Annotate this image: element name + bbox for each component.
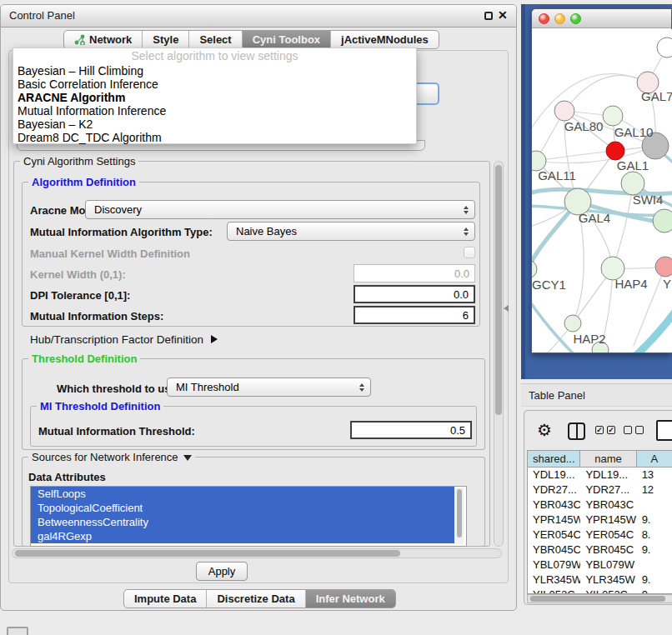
table-cell[interactable]: YER054C <box>528 528 580 542</box>
table-cell[interactable]: 13 <box>637 468 672 482</box>
attribute-item-selfloops[interactable]: SelfLoops <box>31 487 454 501</box>
table-row[interactable]: YDL19...YDL19...13 <box>528 468 672 482</box>
combo-spinner-icon <box>464 228 469 236</box>
table-cell[interactable]: 9. <box>637 588 672 594</box>
table-cell[interactable]: YBR043C <box>528 498 580 512</box>
table-horizontal-scrollbar-thumb[interactable] <box>530 596 665 602</box>
table-cell[interactable] <box>637 558 672 572</box>
tab-impute-data[interactable]: Impute Data <box>124 590 206 608</box>
algorithm-option-dream8[interactable]: Dream8 DC_TDC Algorithm <box>13 131 416 144</box>
table-cell[interactable]: 9. <box>637 512 672 528</box>
network-node-gal10[interactable] <box>603 106 623 126</box>
attribute-item-topologicalcoefficient[interactable]: TopologicalCoefficient <box>31 501 454 515</box>
dpi-tolerance-label: DPI Tolerance [0,1]: <box>30 289 130 302</box>
table-row[interactable]: YPR145WYPR145W9. <box>528 512 672 528</box>
network-node[interactable] <box>655 257 672 277</box>
close-window-icon[interactable]: ✕ <box>498 8 508 22</box>
network-node-gal1[interactable] <box>606 142 624 160</box>
table-row[interactable]: YDR27...YDR27...12 <box>528 482 672 498</box>
table-cell[interactable]: 8. <box>637 528 672 542</box>
tab-network[interactable]: Network <box>64 31 142 48</box>
bottom-left-stub-button[interactable] <box>7 627 28 635</box>
settings-horizontal-scrollbar-thumb[interactable] <box>15 550 400 557</box>
table-row[interactable]: YBR045CYBR045C9. <box>528 542 672 558</box>
network-node-swi4[interactable] <box>621 172 644 195</box>
attributes-list-scrollbar-thumb[interactable] <box>457 489 462 538</box>
table-cell[interactable]: YER054C <box>580 528 636 542</box>
algorithm-option-basic-correlation[interactable]: Basic Correlation Inference <box>13 78 416 91</box>
table-cell[interactable]: YDR27... <box>580 482 636 498</box>
manual-kernel-checkbox[interactable] <box>464 247 475 258</box>
table-row[interactable]: YIL052CYIL052C9. <box>528 588 672 594</box>
kernel-width-field[interactable] <box>354 264 475 282</box>
table-cell[interactable]: YBR045C <box>528 542 580 558</box>
unselect-all-columns-icon[interactable] <box>624 426 644 434</box>
zoom-traffic-light-icon[interactable] <box>570 13 581 24</box>
network-node-gcy1[interactable] <box>532 260 537 278</box>
network-node-gal80[interactable] <box>554 101 574 121</box>
table-cell[interactable]: YPR145W <box>528 512 580 528</box>
network-node[interactable] <box>653 209 672 232</box>
table-settings-gear-icon[interactable]: ⚙ <box>537 420 552 440</box>
table-row[interactable]: YER054CYER054C8. <box>528 528 672 542</box>
mi-steps-field[interactable] <box>354 306 475 324</box>
network-node[interactable] <box>657 38 672 58</box>
attribute-item-gal4rgexp[interactable]: gal4RGexp <box>31 529 454 543</box>
algorithm-option-aracne[interactable]: ARACNE Algorithm <box>13 91 416 104</box>
settings-vertical-scrollbar-thumb[interactable] <box>495 165 502 415</box>
table-row[interactable]: YBL079WYBL079W <box>528 558 672 572</box>
table-cell[interactable]: YLR345W <box>528 572 580 588</box>
table-cell[interactable]: 12 <box>637 482 672 498</box>
attributes-list-scrollbar[interactable] <box>455 488 464 544</box>
tab-infer-network[interactable]: Infer Network <box>305 590 395 608</box>
table-row[interactable]: YLR345WYLR345W9. <box>528 572 672 588</box>
algorithm-option-bayesian-k2[interactable]: Bayesian – K2 <box>13 118 416 131</box>
dpi-tolerance-field[interactable] <box>354 285 475 303</box>
float-window-icon[interactable] <box>484 12 493 20</box>
network-node-hap2[interactable] <box>564 315 581 332</box>
tab-cyni-toolbox[interactable]: Cyni Toolbox <box>242 31 330 48</box>
table-cell[interactable]: YBR043C <box>580 498 636 512</box>
table-cell[interactable]: YIL052C <box>528 588 580 594</box>
hub-definition-expander[interactable]: Hub/Transcription Factor Definition <box>30 333 218 346</box>
function-builder-icon[interactable] <box>656 420 672 441</box>
table-cell[interactable]: YBL079W <box>528 558 580 572</box>
tab-jactivemnodules[interactable]: jActiveMNodules <box>330 31 439 48</box>
column-header-name[interactable]: name <box>580 451 636 467</box>
table-row[interactable]: YBR043CYBR043C <box>528 498 672 512</box>
select-all-columns-icon[interactable]: ✓✓ <box>595 426 615 434</box>
tab-style[interactable]: Style <box>142 31 188 48</box>
table-cell[interactable] <box>637 498 672 512</box>
apply-button[interactable]: Apply <box>196 562 248 581</box>
sources-group-title[interactable]: Sources for Network Inference <box>28 452 195 462</box>
table-cell[interactable]: YDL19... <box>528 468 580 482</box>
mi-threshold-field[interactable] <box>350 421 472 439</box>
aracne-mode-combo[interactable]: Discovery <box>85 200 475 219</box>
table-cell[interactable]: YLR345W <box>580 572 636 588</box>
tab-discretize-data[interactable]: Discretize Data <box>206 590 304 608</box>
attribute-item-betweennesscentrality[interactable]: BetweennessCentrality <box>31 515 454 529</box>
network-canvas[interactable]: GAL7GAL80GAL10GAL1GAL11SWI4GAL4GCY1HAP4Y… <box>532 29 672 352</box>
network-window-titlebar[interactable] <box>532 9 671 28</box>
which-threshold-combo[interactable]: MI Threshold <box>167 378 371 397</box>
algorithm-option-bayesian-hill-climbing[interactable]: Bayesian – Hill Climbing <box>13 64 416 78</box>
table-cell[interactable]: YBL079W <box>580 558 636 572</box>
algorithm-option-mutual-information[interactable]: Mutual Information Inference <box>13 104 416 118</box>
mi-type-combo[interactable]: Naive Bayes <box>227 222 475 241</box>
tab-select[interactable]: Select <box>188 31 241 48</box>
column-layout-icon[interactable] <box>568 422 585 440</box>
table-cell[interactable]: YDL19... <box>580 468 636 482</box>
close-traffic-light-icon[interactable] <box>539 13 549 24</box>
table-cell[interactable]: YDR27... <box>528 482 580 498</box>
settings-horizontal-scrollbar[interactable] <box>12 548 502 558</box>
column-header-shared-name[interactable]: shared... <box>528 451 580 467</box>
settings-vertical-scrollbar[interactable] <box>494 161 504 547</box>
table-cell[interactable]: 9. <box>637 542 672 558</box>
minimize-traffic-light-icon[interactable] <box>554 13 565 24</box>
column-header-partial[interactable]: A <box>637 451 672 467</box>
table-cell[interactable]: 9. <box>637 572 672 588</box>
panel-collapse-arrow-icon[interactable] <box>504 305 509 312</box>
table-cell[interactable]: YPR145W <box>580 512 636 528</box>
table-cell[interactable]: YBR045C <box>580 542 636 558</box>
table-cell[interactable]: YIL052C <box>580 588 636 594</box>
